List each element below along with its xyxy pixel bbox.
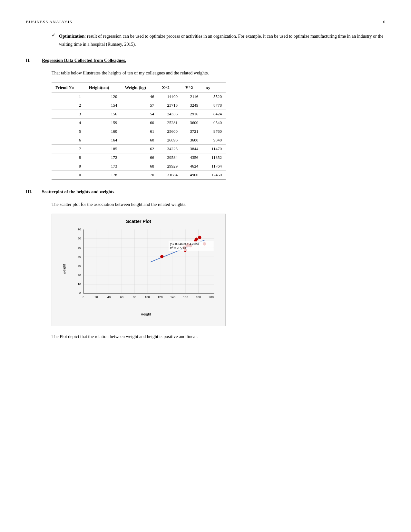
svg-text:180: 180 xyxy=(196,295,201,298)
table-cell: 11352 xyxy=(202,153,226,162)
table-cell: 2116 xyxy=(181,92,202,101)
svg-point-47 xyxy=(195,238,198,241)
table-cell: 9760 xyxy=(202,127,226,136)
svg-text:70: 70 xyxy=(78,227,81,231)
svg-text:40: 40 xyxy=(107,295,111,298)
bullet-text-optimization: Optimization: result of regression can b… xyxy=(59,32,385,48)
page-header: BUSINESS ANALYSIS 6 xyxy=(26,19,385,24)
section-2-heading: II. Regression Data Collected from Colle… xyxy=(26,58,385,63)
svg-point-39 xyxy=(161,255,163,258)
table-row: 4159602528136009540 xyxy=(52,118,226,127)
section-3-num: III. xyxy=(26,189,35,195)
table-cell: 14400 xyxy=(158,92,181,101)
svg-point-48 xyxy=(198,236,201,239)
scatter-plot-container: Scatter Plot weight xyxy=(52,214,226,326)
table-cell: 185 xyxy=(85,144,121,153)
section-3-conclusion: The Plot depict that the relation betwee… xyxy=(52,333,385,341)
table-cell: 3 xyxy=(52,110,85,118)
x-axis-label: Height xyxy=(71,312,220,316)
table-cell: 54 xyxy=(121,110,158,118)
table-cell: 154 xyxy=(85,101,121,110)
table-cell: 61 xyxy=(121,127,158,136)
section-2-title: Regression Data Collected from Colleague… xyxy=(42,58,126,63)
table-cell: 173 xyxy=(85,162,121,170)
table-cell: 23716 xyxy=(158,101,181,110)
table-cell: 24336 xyxy=(158,110,181,118)
svg-text:120: 120 xyxy=(158,295,163,298)
col-x2: X^2 xyxy=(158,83,181,92)
table-cell: 31684 xyxy=(158,170,181,179)
table-cell: 160 xyxy=(85,127,121,136)
svg-text:80: 80 xyxy=(133,295,136,298)
chart-area: weight xyxy=(71,227,217,311)
table-row: 71856234225384411470 xyxy=(52,144,226,153)
table-row: 91736829929462411764 xyxy=(52,162,226,170)
table-cell: 3600 xyxy=(181,136,202,144)
svg-text:0: 0 xyxy=(79,291,81,295)
table-cell: 3249 xyxy=(181,101,202,110)
svg-text:20: 20 xyxy=(94,295,98,298)
svg-text:140: 140 xyxy=(170,295,175,298)
table-cell: 46 xyxy=(121,92,158,101)
table-cell: 68 xyxy=(121,162,158,170)
svg-text:100: 100 xyxy=(145,295,150,298)
table-cell: 4356 xyxy=(181,153,202,162)
section-3-title: Scatterplot of the heights and weights xyxy=(42,189,114,195)
header-page: 6 xyxy=(383,19,386,24)
svg-text:160: 160 xyxy=(183,295,188,298)
svg-text:50: 50 xyxy=(78,246,81,249)
regression-table: Friend No Height(cm) Weight (kg) X^2 Y^2… xyxy=(52,82,226,180)
svg-text:20: 20 xyxy=(78,273,81,276)
table-cell: 62 xyxy=(121,144,158,153)
table-cell: 4900 xyxy=(181,170,202,179)
table-body: 1120461440021165520215457237163249877831… xyxy=(52,92,226,179)
table-row: 101787031684490012460 xyxy=(52,170,226,179)
svg-text:30: 30 xyxy=(78,264,81,267)
svg-text:0: 0 xyxy=(83,295,84,298)
table-header-row: Friend No Height(cm) Weight (kg) X^2 Y^2… xyxy=(52,83,226,92)
table-cell: 2916 xyxy=(181,110,202,118)
table-cell: 6 xyxy=(52,136,85,144)
table-row: 5160612560037219760 xyxy=(52,127,226,136)
svg-text:60: 60 xyxy=(78,237,81,240)
bullet-body: : result of regression can be used to op… xyxy=(59,34,383,47)
svg-text:10: 10 xyxy=(78,282,81,286)
bullet-item-optimization: ✓ Optimization: result of regression can… xyxy=(52,32,385,48)
table-cell: 5520 xyxy=(202,92,226,101)
table-cell: 3721 xyxy=(181,127,202,136)
table-cell: 2 xyxy=(52,101,85,110)
table-cell: 57 xyxy=(121,101,158,110)
col-height: Height(cm) xyxy=(85,83,121,92)
section-2-body: That table below illustrates the heights… xyxy=(52,69,385,179)
table-cell: 1 xyxy=(52,92,85,101)
table-row: 3156542433629168424 xyxy=(52,110,226,118)
table-cell: 26896 xyxy=(158,136,181,144)
header-title: BUSINESS ANALYSIS xyxy=(26,19,72,24)
section-2-intro: That table below illustrates the heights… xyxy=(52,69,385,77)
col-friend-no: Friend No xyxy=(52,83,85,92)
table-cell: 66 xyxy=(121,153,158,162)
table-cell: 159 xyxy=(85,118,121,127)
table-cell: 34225 xyxy=(158,144,181,153)
table-cell: 156 xyxy=(85,110,121,118)
table-cell: 29929 xyxy=(158,162,181,170)
col-y2: Y^2 xyxy=(181,83,202,92)
table-cell: 70 xyxy=(121,170,158,179)
chart-svg: 0 10 20 30 40 50 60 70 0 20 40 60 80 100… xyxy=(71,227,217,311)
svg-text:60: 60 xyxy=(120,295,123,298)
table-cell: 120 xyxy=(85,92,121,101)
bullet-section: ✓ Optimization: result of regression can… xyxy=(52,32,385,48)
table-cell: 7 xyxy=(52,144,85,153)
table-cell: 60 xyxy=(121,118,158,127)
table-row: 81726629584435611352 xyxy=(52,153,226,162)
table-row: 1120461440021165520 xyxy=(52,92,226,101)
table-cell: 8778 xyxy=(202,101,226,110)
table-cell: 3844 xyxy=(181,144,202,153)
section-3-intro: The scatter plot for the association bet… xyxy=(52,200,385,208)
table-cell: 5 xyxy=(52,127,85,136)
table-cell: 4624 xyxy=(181,162,202,170)
table-cell: 3600 xyxy=(181,118,202,127)
table-cell: 10 xyxy=(52,170,85,179)
table-cell: 8424 xyxy=(202,110,226,118)
svg-text:200: 200 xyxy=(209,295,214,298)
